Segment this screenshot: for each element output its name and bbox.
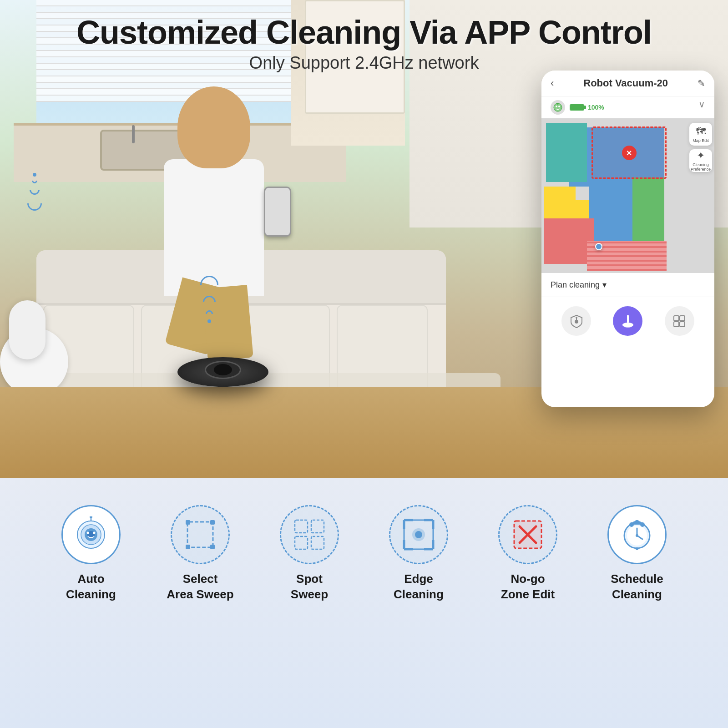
map-edit-icon: 🗺 — [696, 126, 706, 137]
edge-cleaning-svg — [400, 516, 437, 553]
edit-button[interactable]: ✎ — [698, 78, 705, 89]
svg-point-20 — [90, 516, 92, 518]
phone-app-title: Robot Vacuum-20 — [554, 77, 698, 89]
nogo-zone-icon-circle — [498, 505, 557, 564]
svg-point-51 — [629, 522, 634, 527]
phone-app-ui: ‹ Robot Vacuum-20 ✎ ∨ 100% — [541, 71, 714, 407]
feature-nogo-zone: No-go Zone Edit — [478, 505, 578, 602]
svg-rect-8 — [627, 315, 629, 323]
svg-rect-29 — [311, 520, 324, 533]
status-bar: 100% — [541, 96, 714, 118]
edge-cleaning-icon-circle — [389, 505, 448, 564]
room-teal-2 — [546, 123, 587, 182]
smart-speaker — [9, 300, 46, 359]
svg-rect-30 — [295, 536, 308, 549]
auto-cleaning-icon-circle — [61, 505, 121, 564]
schedule-cleaning-svg — [619, 516, 655, 553]
svg-rect-23 — [187, 522, 213, 547]
svg-rect-24 — [186, 520, 190, 525]
room-green — [632, 177, 664, 241]
expand-button[interactable]: ∨ — [698, 99, 705, 110]
svg-point-52 — [640, 522, 645, 527]
battery-percent: 100% — [588, 104, 604, 111]
header-section: Customized Cleaning Via APP Control Only… — [0, 14, 728, 73]
auto-cleaning-svg — [73, 516, 109, 553]
robot-status-icon — [551, 100, 565, 115]
auto-cleaning-label: Auto Cleaning — [66, 571, 116, 602]
spot-sweep-icon-circle — [280, 505, 339, 564]
features-section: Auto Cleaning Select Area Sweep — [0, 478, 728, 728]
schedule-cleaning-icon-circle — [607, 505, 667, 564]
svg-point-42 — [415, 531, 422, 538]
nogo-zone-label: No-go Zone Edit — [501, 571, 555, 602]
back-button[interactable]: ‹ — [551, 77, 554, 89]
plan-label-arrow: ▾ — [602, 280, 607, 290]
svg-point-7 — [576, 317, 577, 318]
broom-mode-button[interactable] — [613, 306, 642, 336]
svg-point-50 — [636, 534, 638, 537]
svg-point-10 — [623, 324, 632, 328]
grid-icon — [672, 314, 687, 329]
svg-rect-54 — [636, 547, 638, 550]
cleaning-pref-label: Cleaning Preference — [689, 163, 712, 172]
area-sweep-label: Select Area Sweep — [167, 571, 233, 602]
plan-cleaning-section: Plan cleaning ▾ — [541, 273, 714, 297]
cleaning-modes-row — [541, 297, 714, 345]
shield-mode-button[interactable] — [561, 306, 591, 336]
svg-point-1 — [556, 106, 557, 107]
svg-rect-31 — [311, 536, 324, 549]
cleaning-pref-icon: ✦ — [697, 150, 705, 162]
feature-edge-cleaning: Edge Cleaning — [369, 505, 469, 602]
shield-icon — [569, 314, 584, 329]
broom-icon — [620, 313, 636, 329]
svg-rect-27 — [210, 545, 215, 549]
person-figure — [127, 77, 300, 387]
grid-mode-button[interactable] — [665, 306, 694, 336]
feature-area-sweep: Select Area Sweep — [150, 505, 250, 602]
svg-rect-25 — [210, 520, 215, 525]
plan-label[interactable]: Plan cleaning ▾ — [551, 280, 705, 290]
spot-sweep-label: Spot Sweep — [291, 571, 328, 602]
svg-point-22 — [93, 532, 96, 534]
feature-spot-sweep: Spot Sweep — [259, 505, 359, 602]
feature-schedule-cleaning: Schedule Cleaning — [587, 505, 687, 602]
map-tools-panel: 🗺 Map Edit ✦ Cleaning Preference — [689, 123, 712, 172]
robot-position-dot — [595, 243, 602, 250]
map-edit-button[interactable]: 🗺 Map Edit — [689, 123, 712, 146]
floor-map[interactable]: × 🗺 Map Edit ✦ Cleaning Preference — [541, 118, 714, 273]
spot-sweep-svg — [291, 516, 328, 553]
svg-rect-28 — [295, 520, 308, 533]
phone-header: ‹ Robot Vacuum-20 ✎ — [541, 71, 714, 96]
cleaning-preference-button[interactable]: ✦ Cleaning Preference — [689, 149, 712, 172]
wifi-signal-robot — [200, 276, 218, 323]
svg-rect-13 — [674, 322, 679, 327]
map-edit-label: Map Edit — [693, 139, 709, 143]
svg-rect-12 — [680, 316, 685, 321]
plan-label-text: Plan cleaning — [551, 280, 600, 290]
svg-rect-14 — [680, 322, 685, 327]
feature-auto-cleaning: Auto Cleaning — [41, 505, 141, 602]
svg-point-5 — [575, 320, 578, 324]
main-title: Customized Cleaning Via APP Control — [0, 14, 728, 51]
room-red — [544, 218, 594, 264]
battery-status: 100% — [570, 104, 604, 111]
area-sweep-icon-circle — [171, 505, 230, 564]
edge-cleaning-label: Edge Cleaning — [394, 571, 444, 602]
features-row: Auto Cleaning Select Area Sweep — [36, 505, 692, 602]
selected-zone[interactable]: × — [592, 126, 667, 179]
svg-rect-26 — [186, 545, 190, 549]
robot-vacuum — [177, 357, 268, 387]
schedule-cleaning-label: Schedule Cleaning — [611, 571, 663, 602]
area-sweep-svg — [182, 516, 218, 553]
delete-zone-button[interactable]: × — [622, 146, 637, 160]
wifi-signal-left — [27, 173, 42, 211]
nogo-zone-svg — [510, 516, 546, 553]
sub-title: Only Support 2.4GHz network — [0, 53, 728, 73]
svg-rect-53 — [635, 520, 639, 523]
svg-point-21 — [87, 532, 89, 534]
svg-rect-11 — [674, 316, 679, 321]
svg-point-2 — [558, 106, 560, 107]
